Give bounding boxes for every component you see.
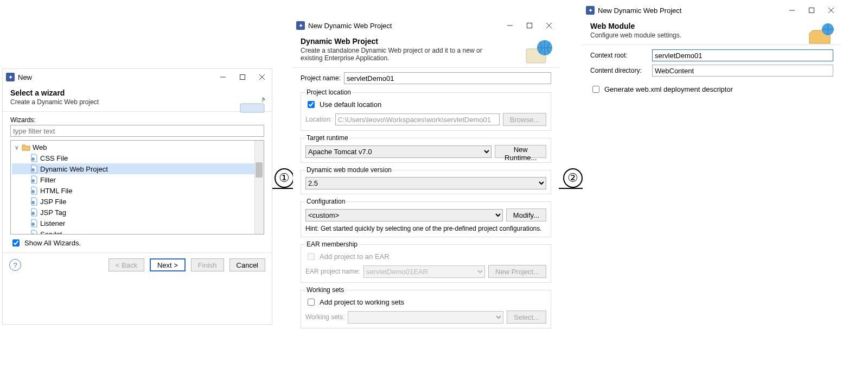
help-button[interactable]: ? [9,259,21,271]
modify-button[interactable]: Modify... [506,208,546,222]
target-runtime-legend: Target runtime [305,134,349,142]
svg-rect-1 [240,75,245,80]
tree-item[interactable]: HTML File [12,185,263,196]
svg-point-8 [31,168,35,172]
dialog-new-dynamic-web-project: ✦ New Dynamic Web Project Dynamic Web Pr… [293,17,559,363]
tree-item-label: Dynamic Web Project [40,165,108,173]
configuration-group: Configuration <custom> Modify... Hint: G… [301,198,551,237]
titlebar: ✦ New Dynamic Web Project [583,2,841,18]
eclipse-icon: ✦ [586,6,595,15]
tree-item[interactable]: Listener [12,218,263,229]
tree-item-label: JSP File [40,198,66,206]
module-version-select[interactable]: 2.5 [305,177,546,189]
maximize-button[interactable] [802,3,821,18]
window-title: New Dynamic Web Project [308,22,500,30]
maximize-button[interactable] [233,69,252,85]
configuration-hint: Hint: Get started quickly by selecting o… [305,225,546,232]
working-sets-select [348,311,503,324]
target-runtime-select[interactable]: Apache Tomcat v7.0 [305,145,492,158]
file-icon [30,197,38,206]
minimize-button[interactable] [213,69,233,85]
tree-item[interactable]: CSS File [12,153,263,163]
svg-point-13 [31,223,35,226]
location-label: Location: [305,116,332,123]
configuration-legend: Configuration [305,198,346,205]
project-location-group: Project location Use default location Lo… [301,88,551,131]
svg-rect-4 [240,104,264,112]
tree-item[interactable]: JSP File [12,196,263,207]
new-project-button[interactable]: New Project... [488,265,546,278]
file-icon [30,208,38,217]
tree-item-label: HTML File [40,187,72,195]
eclipse-icon: ✦ [6,73,15,81]
file-icon [30,219,38,227]
tree-item-label: JSP Tag [40,208,66,217]
tree-node-label: Web [33,143,47,151]
finish-button[interactable]: Finish [191,258,224,271]
header-desc: Create a standalone Dynamic Web project … [301,47,501,62]
show-all-wizards-label: Show All Wizards. [24,239,81,247]
scrollbar-thumb[interactable] [256,162,263,178]
dialog-header: Dynamic Web Project Create a standalone … [293,34,559,68]
tree-node-web[interactable]: ∨ Web [12,142,263,153]
file-icon [30,164,38,173]
select-working-sets-button[interactable]: Select... [507,311,546,324]
configuration-select[interactable]: <custom> [305,209,503,222]
generate-webxml-checkbox[interactable] [592,86,599,93]
svg-point-12 [31,212,35,215]
minimize-button[interactable] [500,18,520,33]
tree-item[interactable]: JSP Tag [12,207,263,218]
dialog-header: Select a wizard Create a Dynamic Web pro… [3,85,272,112]
add-to-ear-label: Add project to an EAR [320,252,390,261]
use-default-location-label: Use default location [320,100,381,109]
close-button[interactable] [252,69,272,85]
ear-membership-legend: EAR membership [305,241,359,248]
use-default-location-checkbox[interactable] [308,101,315,108]
add-to-working-sets-checkbox[interactable] [308,299,315,306]
content-directory-label: Content directory: [590,67,649,74]
connector-line [559,188,583,189]
close-button[interactable] [821,3,841,18]
next-button[interactable]: Next > [150,258,186,271]
connector-line [272,188,293,189]
minimize-button[interactable] [782,3,802,18]
svg-point-10 [31,190,35,193]
working-sets-group: Working sets Add project to working sets… [301,286,551,328]
svg-point-9 [31,179,35,182]
back-button[interactable]: < Back [108,258,144,271]
maximize-button[interactable] [520,18,539,33]
svg-rect-16 [527,23,532,28]
dialog-header: Web Module Configure web module settings… [583,18,841,45]
module-version-group: Dynamic web module version 2.5 [301,166,551,194]
web-project-icon [524,36,554,66]
context-root-input[interactable] [652,49,833,61]
show-all-wizards-checkbox[interactable] [12,239,20,246]
add-to-ear-checkbox[interactable] [308,253,315,260]
context-root-label: Context root: [590,52,649,59]
close-button[interactable] [539,18,559,33]
content-directory-input[interactable] [652,65,833,77]
project-name-input[interactable] [344,72,551,84]
wizard-tree[interactable]: ∨ Web CSS FileDynamic Web ProjectFilterH… [10,140,264,235]
twistie-icon[interactable]: ∨ [13,144,20,150]
dialog-body: Project name: Project location Use defau… [293,68,559,336]
filter-input[interactable] [10,125,264,137]
annotation-one: ① [275,168,294,188]
tree-item[interactable]: Filter [12,174,263,185]
header-title: Web Module [590,22,833,30]
tree-item[interactable]: Servlet [12,229,263,235]
dialog-web-module: ✦ New Dynamic Web Project Web Module Con… [583,2,841,132]
svg-rect-22 [809,8,814,13]
new-runtime-button[interactable]: New Runtime... [495,145,546,158]
dialog-body: Context root: Content directory: Generat… [583,45,841,99]
tree-item[interactable]: Dynamic Web Project [12,163,263,174]
tree-item-label: Listener [40,219,65,227]
browse-button[interactable]: Browse... [503,113,546,126]
ear-membership-group: EAR membership Add project to an EAR EAR… [301,241,551,283]
file-icon [30,230,38,235]
location-input [335,113,500,125]
cancel-button[interactable]: Cancel [229,258,265,271]
svg-point-11 [31,201,35,204]
project-location-legend: Project location [305,88,352,96]
scrollbar[interactable] [254,141,264,234]
